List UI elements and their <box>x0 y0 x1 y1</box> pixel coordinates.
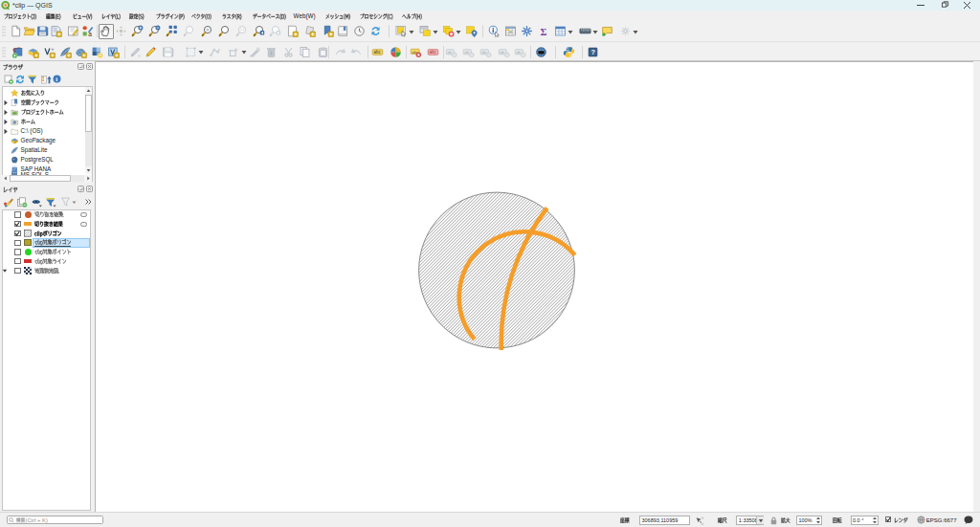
svg-text:?: ? <box>591 48 596 56</box>
svg-text:ab: ab <box>447 50 451 54</box>
svg-text:1:1: 1:1 <box>240 28 245 32</box>
svg-text:a: a <box>88 31 92 37</box>
svg-text:i: i <box>56 76 57 82</box>
svg-text:ab: ab <box>500 50 503 54</box>
svg-text:ab: ab <box>482 50 486 54</box>
svg-text:ab: ab <box>464 50 468 54</box>
svg-text:abc: abc <box>429 50 436 55</box>
svg-text:ab: ab <box>516 50 520 54</box>
svg-text:Σ: Σ <box>540 27 546 37</box>
svg-text:abc: abc <box>374 50 382 55</box>
